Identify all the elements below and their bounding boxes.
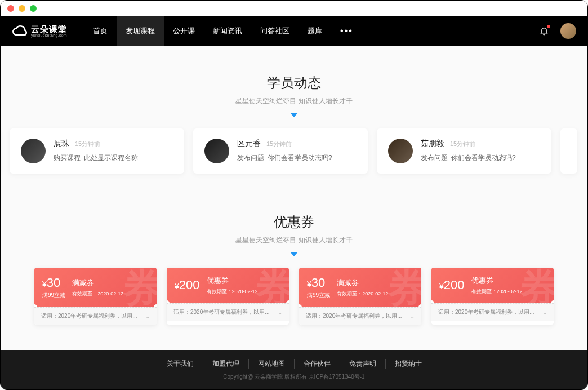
- activity-time: 15分钟前: [75, 140, 100, 148]
- notification-badge: [547, 25, 550, 28]
- activity-card[interactable]: 区元香 15分钟前 发布问题你们会看学员动态吗?: [193, 128, 368, 174]
- activity-time: 15分钟前: [450, 140, 475, 148]
- nav-more-button[interactable]: •••: [331, 16, 362, 46]
- coupon-apply-text: 适用：2020年考研专属福利券，以用...: [173, 308, 270, 316]
- activity-cards-row: 展珠 15分钟前 购买课程此处显示课程名称 区元香 15分钟前: [1, 117, 587, 185]
- coupon-condition: 满99立减: [42, 291, 65, 299]
- activity-time: 15分钟前: [266, 140, 292, 148]
- activity-card[interactable]: 茹朋毅 15分钟前 发布问题你们会看学员动态吗?: [377, 128, 551, 174]
- student-activity-section: 学员动态 星星使天空绚烂夺目 知识使人增长才干 展珠 15分钟前 购买课程此处显…: [1, 46, 587, 185]
- coupons-subtitle: 星星使天空绚烂夺目 知识使人增长才干: [1, 236, 587, 245]
- logo-subtext: yunduoketang.com: [31, 33, 67, 37]
- coupon-apply-text: 适用：2020年考研专属福利券，以用...: [438, 308, 534, 316]
- footer-copyright: Copyright@ 云朵商学院 版权所有 京ICP备17051340号-1: [223, 373, 364, 381]
- nav-discover-courses[interactable]: 发现课程: [117, 16, 164, 46]
- coupon-bg-char: 券: [123, 268, 157, 307]
- window-titlebar: [1, 1, 587, 16]
- activity-user-name: 展珠: [54, 139, 69, 149]
- footer-link-careers[interactable]: 招贤纳士: [386, 359, 431, 369]
- coupon-amount: 30: [47, 276, 60, 290]
- nav-qa-community[interactable]: 问答社区: [251, 16, 299, 46]
- nav-question-bank[interactable]: 题库: [299, 16, 331, 46]
- coupon-card[interactable]: 券 ¥30 满99立减 满减券 有效期至：2020-02-12 适用：2020年…: [299, 268, 421, 325]
- activity-desc: 购买课程此处显示课程名称: [54, 153, 173, 163]
- top-navbar: 云朵课堂 yunduoketang.com 首页 发现课程 公开课 新闻资讯 问…: [1, 16, 587, 46]
- activity-card-partial-right[interactable]: [560, 128, 577, 174]
- coupon-card[interactable]: 券 ¥200 优惠券 有效期至：2020-02-12 适用：2020年考研专属福…: [431, 268, 554, 325]
- cloud-logo-icon: [12, 23, 28, 39]
- coupon-apply-row[interactable]: 适用：2020年考研专属福利券，以用... ⌄: [167, 303, 289, 321]
- minimize-window-button[interactable]: [19, 5, 25, 12]
- activity-card[interactable]: 展珠 15分钟前 购买课程此处显示课程名称: [10, 128, 184, 174]
- activity-user-name: 区元香: [237, 139, 261, 149]
- triangle-down-icon: [290, 252, 298, 256]
- footer-link-about[interactable]: 关于我们: [158, 359, 203, 369]
- coupon-card[interactable]: 券 ¥200 优惠券 有效期至：2020-02-12 适用：2020年考研专属福…: [167, 268, 289, 325]
- coupon-condition: 满99立减: [307, 291, 330, 299]
- user-avatar[interactable]: [560, 23, 576, 39]
- coupon-bg-char: 券: [255, 268, 289, 303]
- coupon-expire: 有效期至：2020-02-12: [207, 288, 281, 295]
- close-window-button[interactable]: [7, 5, 14, 12]
- coupons-row: 券 ¥30 满99立减 满减券 有效期至：2020-02-12 适用：2020年…: [1, 256, 587, 342]
- chevron-down-icon: ⌄: [145, 313, 150, 320]
- coupon-amount: 200: [179, 278, 200, 292]
- activity-user-name: 茹朋毅: [421, 139, 444, 149]
- activity-title: 学员动态: [1, 74, 587, 92]
- coupon-expire: 有效期至：2020-02-12: [337, 290, 413, 298]
- coupon-apply-row[interactable]: 适用：2020年考研专属福利券，以用... ⌄: [34, 307, 157, 325]
- footer-link-franchise[interactable]: 加盟代理: [203, 359, 249, 369]
- user-avatar-small: [21, 139, 46, 163]
- chevron-down-icon: ⌄: [278, 309, 282, 316]
- coupon-amount: 30: [311, 276, 325, 290]
- logo-text: 云朵课堂: [31, 25, 67, 33]
- coupon-apply-row[interactable]: 适用：2020年考研专属福利券，以用... ⌄: [299, 307, 421, 325]
- coupon-apply-text: 适用：2020年考研专属福利券，以用...: [306, 312, 402, 320]
- coupon-apply-row[interactable]: 适用：2020年考研专属福利券，以用... ⌄: [431, 303, 554, 321]
- footer-link-partners[interactable]: 合作伙伴: [295, 359, 340, 369]
- coupon-apply-text: 适用：2020年考研专属福利券，以用...: [41, 312, 137, 320]
- triangle-down-icon: [290, 113, 298, 117]
- nav-home[interactable]: 首页: [84, 16, 117, 46]
- coupon-bg-char: 券: [387, 268, 421, 307]
- coupons-section: 优惠券 星星使天空绚烂夺目 知识使人增长才干 券 ¥30 满99立减 满减券 有…: [1, 185, 587, 342]
- user-avatar-small: [388, 139, 413, 163]
- user-avatar-small: [204, 139, 229, 163]
- nav-news[interactable]: 新闻资讯: [204, 16, 251, 46]
- nav-open-courses[interactable]: 公开课: [164, 16, 204, 46]
- logo[interactable]: 云朵课堂 yunduoketang.com: [12, 23, 67, 39]
- coupon-amount: 200: [444, 278, 465, 292]
- chevron-down-icon: ⌄: [410, 313, 415, 320]
- notifications-button[interactable]: [539, 26, 549, 36]
- app-window: 云朵课堂 yunduoketang.com 首页 发现课程 公开课 新闻资讯 问…: [0, 0, 588, 390]
- coupon-card[interactable]: 券 ¥30 满99立减 满减券 有效期至：2020-02-12 适用：2020年…: [34, 268, 157, 325]
- footer-link-sitemap[interactable]: 网站地图: [249, 359, 295, 369]
- chevron-down-icon: ⌄: [542, 309, 547, 316]
- activity-desc: 发布问题你们会看学员动态吗?: [237, 153, 357, 163]
- main-content: 学员动态 星星使天空绚烂夺目 知识使人增长才干 展珠 15分钟前 购买课程此处显…: [1, 46, 587, 350]
- coupon-expire: 有效期至：2020-02-12: [72, 290, 149, 298]
- activity-desc: 发布问题你们会看学员动态吗?: [421, 153, 540, 163]
- main-nav: 首页 发现课程 公开课 新闻资讯 问答社区 题库 •••: [84, 16, 362, 46]
- coupon-expire: 有效期至：2020-02-12: [471, 288, 546, 295]
- coupon-bg-char: 券: [520, 268, 554, 303]
- activity-subtitle: 星星使天空绚烂夺目 知识使人增长才干: [1, 96, 587, 106]
- coupons-title: 优惠券: [1, 213, 587, 231]
- footer-link-disclaimer[interactable]: 免责声明: [340, 359, 386, 369]
- footer: 关于我们 加盟代理 网站地图 合作伙伴 免责声明 招贤纳士 Copyright@…: [1, 350, 587, 389]
- footer-links: 关于我们 加盟代理 网站地图 合作伙伴 免责声明 招贤纳士: [158, 359, 431, 369]
- maximize-window-button[interactable]: [30, 5, 37, 12]
